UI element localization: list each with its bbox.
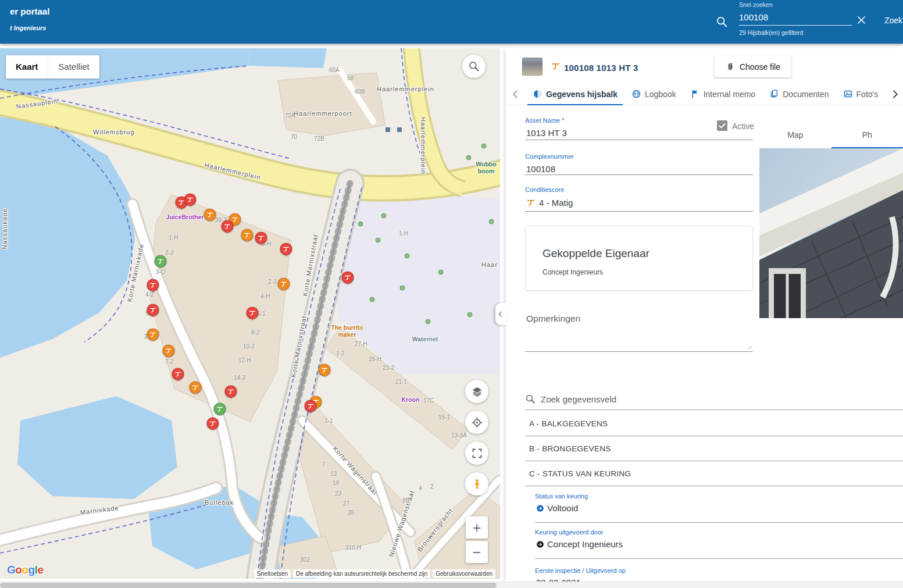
tab-logbook[interactable]: Logbook <box>624 83 683 105</box>
poi-label[interactable]: Kroon <box>402 396 420 403</box>
asset-marker[interactable] <box>163 344 175 357</box>
status-label: Status van keuring <box>535 493 903 500</box>
choose-file-button[interactable]: Choose file <box>714 56 791 77</box>
street-view-pegman[interactable] <box>465 472 488 496</box>
asset-marker[interactable] <box>342 271 354 283</box>
asset-marker[interactable] <box>207 417 219 429</box>
house-number: 302 <box>300 557 310 563</box>
map[interactable]: NassaupleinWillemsbrugHaarlemmerpleinHaa… <box>0 48 500 579</box>
asset-marker[interactable] <box>147 328 159 340</box>
eerste-inspectie-value[interactable]: 23-02-2021 <box>536 578 581 582</box>
tab-label: Logbook <box>645 90 676 99</box>
asset-marker[interactable] <box>319 364 331 376</box>
tabs-scroll-right-icon[interactable] <box>889 88 901 100</box>
house-number: 8B <box>402 497 409 504</box>
asset-marker[interactable] <box>305 400 317 412</box>
asset-marker[interactable] <box>172 368 184 380</box>
asset-marker[interactable] <box>155 255 167 267</box>
conditiescore-label: Conditiescore <box>525 186 753 193</box>
google-logo[interactable]: Google <box>7 564 43 576</box>
asset-thumbnail[interactable] <box>522 58 542 76</box>
status-van-keuring-field[interactable]: Status van keuring Voltooid <box>535 493 903 523</box>
poi-label[interactable]: Wubboboom <box>476 161 496 174</box>
media-tab-map[interactable]: Map <box>759 122 831 148</box>
field-search-input[interactable]: Zoek gegevensveld <box>525 389 903 410</box>
map-type-control: KaartSatelliet <box>6 55 99 79</box>
complexnummer-label: Complexnummer <box>525 153 753 160</box>
zoom-in-button[interactable]: + <box>466 516 488 539</box>
layers-icon <box>471 386 483 398</box>
house-number: 1-H <box>399 230 408 237</box>
horizontal-scrollbar[interactable] <box>0 582 903 588</box>
poi-label[interactable]: The burritomaker <box>331 324 363 338</box>
search-icon[interactable] <box>716 16 728 28</box>
panel-collapse-button[interactable] <box>495 303 506 325</box>
complexnummer-field[interactable]: Complexnummer 100108 <box>525 153 753 175</box>
close-icon[interactable] <box>856 15 867 26</box>
asset-marker[interactable] <box>225 385 237 397</box>
house-number: 1-1 <box>324 418 333 424</box>
search-submit-button[interactable]: Zoek <box>884 16 902 25</box>
asset-marker[interactable] <box>184 193 197 205</box>
eerste-inspectie-field[interactable]: Eerste inspectie / Uitgevoerd op 23-02-2… <box>535 567 903 582</box>
conditiescore-field[interactable]: Conditiescore 4 - Matig <box>525 186 753 212</box>
asset-marker[interactable] <box>204 208 216 220</box>
asset-marker[interactable] <box>241 229 254 241</box>
street-label: Brouwersgracht <box>416 507 454 553</box>
detail-panel: 100108 1013 HT 3 Choose file Gegevens hi… <box>506 48 903 582</box>
map-type-kaart[interactable]: Kaart <box>6 55 48 79</box>
section-c-status-van-keuring[interactable]: C - STATUS VAN KEURING <box>525 461 903 486</box>
complexnummer-value[interactable]: 100108 <box>526 164 555 174</box>
asset-name-value[interactable]: 1013 HT 3 <box>526 128 567 138</box>
attribution-gebruiksvoorwaarden[interactable]: Gebruiksvoorwaarden <box>433 569 495 578</box>
street-label: Haar <box>481 261 498 268</box>
tab-internal-memo[interactable]: Internal memo <box>683 83 762 105</box>
paperclip-icon <box>725 62 736 72</box>
opmerkingen-field[interactable]: Opmerkingen <box>525 310 753 352</box>
map-type-satelliet[interactable]: Satelliet <box>48 55 99 79</box>
section-b-brongegevens[interactable]: B - BRONGEGEVENS <box>525 436 903 461</box>
active-checkbox[interactable] <box>717 120 727 131</box>
asset-marker[interactable] <box>190 381 202 393</box>
tab-gegevens-hijsbalk[interactable]: Gegevens hijsbalk <box>526 83 624 105</box>
layers-button[interactable] <box>465 380 488 403</box>
my-location-button[interactable] <box>465 411 488 434</box>
asset-marker[interactable] <box>280 243 292 255</box>
tab-label: Foto's <box>856 90 879 99</box>
section-a-balkgegevens[interactable]: A - BALKGEGEVENS <box>525 411 903 436</box>
scrollbar-thumb[interactable] <box>0 583 497 588</box>
choose-file-label: Choose file <box>740 62 780 72</box>
resize-handle-icon[interactable] <box>745 343 752 350</box>
tabs-scroll-left-icon[interactable] <box>510 88 522 100</box>
map-overlay: NassaupleinWillemsbrugHaarlemmerpleinHaa… <box>0 48 500 579</box>
status-arrow-icon <box>536 504 544 512</box>
fullscreen-button[interactable] <box>465 441 488 465</box>
asset-marker[interactable] <box>147 304 159 316</box>
tab-foto-s[interactable]: Foto's <box>836 83 886 105</box>
poi-label[interactable]: Waternet <box>412 336 438 343</box>
media-tab-ph[interactable]: Ph <box>831 122 903 148</box>
poi-label[interactable]: JuiceBrother <box>166 213 204 220</box>
tab-label: Documenten <box>783 90 829 99</box>
attribution-sneltoetsen[interactable]: Sneltoetsen <box>254 569 291 578</box>
house-number: 15-1 <box>438 414 450 420</box>
street-label: Korte Marnixstraat <box>301 234 319 297</box>
asset-marker[interactable] <box>255 231 267 244</box>
quick-search-input[interactable] <box>739 11 852 26</box>
conditiescore-value[interactable]: 4 - Matig <box>539 198 573 208</box>
asset-marker[interactable] <box>222 220 234 232</box>
zoom-out-button[interactable]: − <box>466 541 488 563</box>
keuring-door-field[interactable]: Keuring uitgevoerd door Concept Ingenieu… <box>535 529 903 559</box>
app-subtitle: t Ingenieurs <box>10 24 46 31</box>
tab-documenten[interactable]: Documenten <box>762 83 836 105</box>
status-value[interactable]: Voltooid <box>547 503 578 513</box>
street-label: Haarlemmerplein <box>420 117 427 174</box>
eerste-inspectie-label: Eerste inspectie / Uitgevoerd op <box>535 567 903 574</box>
keuring-door-arrow-icon <box>536 540 544 548</box>
map-search-button[interactable] <box>462 55 486 78</box>
asset-marker[interactable] <box>247 307 259 319</box>
asset-marker[interactable] <box>278 277 290 290</box>
asset-marker[interactable] <box>214 402 226 415</box>
asset-marker[interactable] <box>147 279 159 291</box>
keuring-door-value[interactable]: Concept Ingenieurs <box>547 539 623 549</box>
